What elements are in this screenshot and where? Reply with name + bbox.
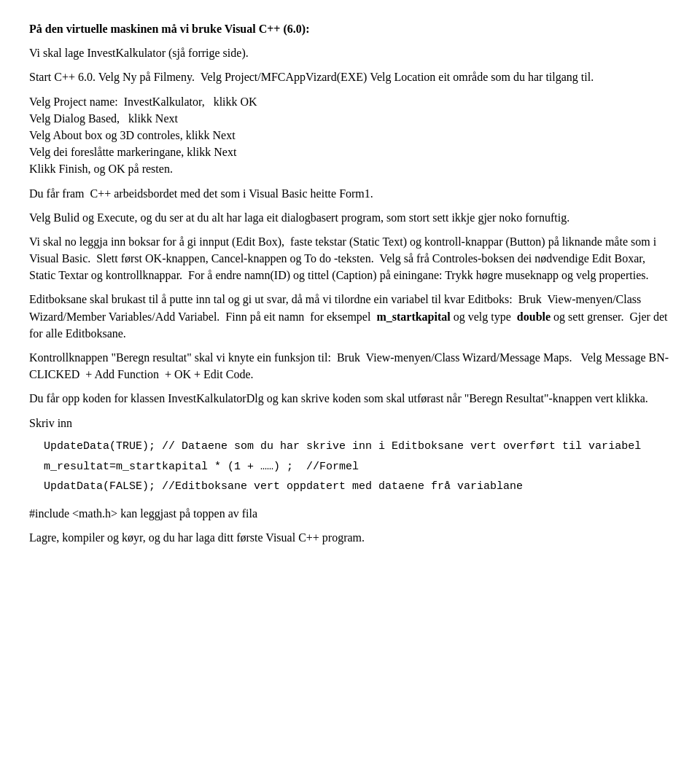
paragraph-9: Du får opp koden for klassen InvestKalku… xyxy=(29,390,671,407)
add-function-label: Add Function xyxy=(94,368,158,380)
paragraph-8: Kontrollknappen "Beregn resultat" skal v… xyxy=(29,349,671,383)
paragraph-10-intro: Skriv inn xyxy=(29,415,671,431)
paragraph-5: Velg Bulid og Execute, og du ser at du a… xyxy=(29,209,671,226)
bold-type-name: double xyxy=(517,310,551,323)
code-line-1: UpdateData(TRUE); // Dataene som du har … xyxy=(44,439,671,455)
page-content: På den virtuelle maskinen må vi bruke Vi… xyxy=(29,20,671,546)
code-line-3: UpdatData(FALSE); //Editboksane vert opp… xyxy=(44,479,671,495)
paragraph-12: Lagre, kompiler og køyr, og du har laga … xyxy=(29,529,671,546)
paragraph-6: Vi skal no leggja inn boksar for å gi in… xyxy=(29,233,671,284)
code-line-2: m_resultat=m_startkapital * (1 + ……) ; /… xyxy=(44,459,671,475)
paragraph-7: Editboksane skal brukast til å putte inn… xyxy=(29,291,671,342)
paragraph-4: Du får fram C++ arbeidsbordet med det so… xyxy=(29,185,671,202)
page-title: På den virtuelle maskinen må vi bruke Vi… xyxy=(29,20,671,37)
paragraph-11: #include <math.h> kan leggjast på toppen… xyxy=(29,505,671,522)
paragraph-3: Velg Project name: InvestKalkulator, kli… xyxy=(29,93,671,178)
bold-variable-name: m_startkapital xyxy=(376,310,450,323)
paragraph-2: Start C++ 6.0. Velg Ny på Filmeny. Velg … xyxy=(29,69,671,85)
paragraph-1: Vi skal lage InvestKalkulator (sjå forri… xyxy=(29,44,671,61)
